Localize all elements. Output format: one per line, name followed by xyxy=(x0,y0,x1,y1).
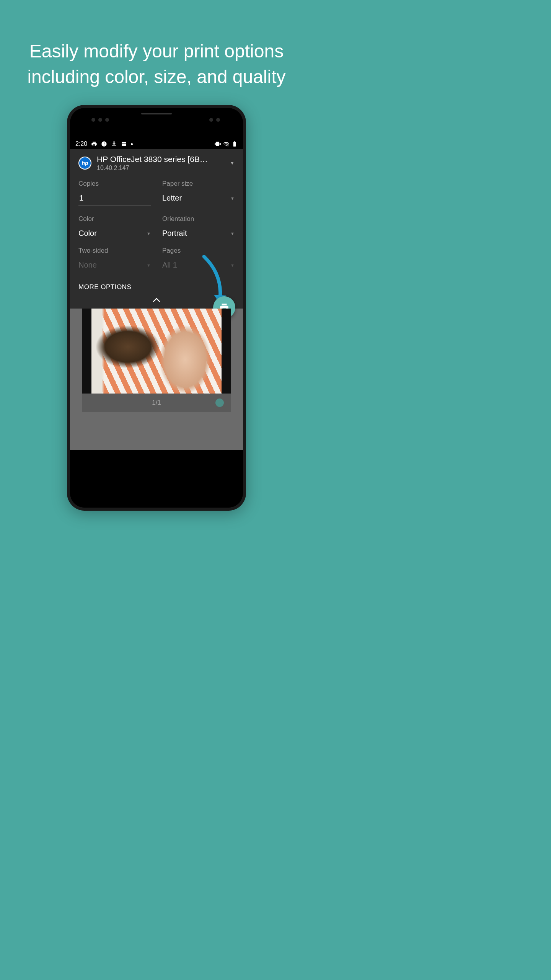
phone-device-frame: 2:20 hp HP OfficeJet xyxy=(67,105,246,511)
chevron-down-icon: ▼ xyxy=(230,231,235,236)
camera-dots-right xyxy=(209,118,220,122)
paper-size-dropdown[interactable]: Letter▼ xyxy=(162,194,235,203)
page-indicator: 1/1 xyxy=(152,399,161,407)
printer-name: HP OfficeJet 3830 series [6B… xyxy=(97,155,225,164)
page-preview[interactable]: 1/1 xyxy=(82,309,231,412)
preview-photo xyxy=(91,309,222,394)
printer-ip: 10.40.2.147 xyxy=(97,165,225,172)
two-sided-dropdown[interactable]: None▼ xyxy=(78,261,151,270)
pages-dropdown[interactable]: All 1▼ xyxy=(162,261,235,270)
svg-rect-1 xyxy=(104,142,104,144)
download-icon xyxy=(111,141,117,147)
color-dropdown[interactable]: Color▼ xyxy=(78,229,151,238)
color-label: Color xyxy=(78,215,151,223)
android-nav-bar xyxy=(70,482,243,508)
vibrate-icon xyxy=(215,141,221,147)
chevron-down-icon: ▼ xyxy=(230,160,235,166)
phone-speaker xyxy=(141,113,172,114)
page-selected-check-icon[interactable] xyxy=(215,399,224,407)
copies-label: Copies xyxy=(78,180,151,188)
wifi-icon xyxy=(223,141,229,147)
collapse-panel-handle[interactable] xyxy=(78,297,235,309)
battery-icon xyxy=(231,141,238,147)
orientation-label: Orientation xyxy=(162,215,235,223)
chevron-down-icon: ▼ xyxy=(230,196,235,201)
more-options-button[interactable]: MORE OPTIONS xyxy=(78,274,235,297)
chevron-down-icon: ▼ xyxy=(147,263,151,268)
chevron-down-icon: ▼ xyxy=(230,263,235,268)
paper-size-label: Paper size xyxy=(162,180,235,188)
print-options-panel: hp HP OfficeJet 3830 series [6B… 10.40.2… xyxy=(70,149,243,309)
hp-logo-icon: hp xyxy=(78,157,91,170)
pages-label: Pages xyxy=(162,247,235,255)
alert-icon xyxy=(101,141,107,147)
svg-rect-2 xyxy=(104,145,104,145)
promo-headline: Easily modify your print options includi… xyxy=(0,0,313,105)
print-preview-area: 1/1 xyxy=(70,309,243,450)
printer-notification-icon xyxy=(91,141,97,147)
camera-dots-left xyxy=(91,118,109,122)
printer-selector[interactable]: hp HP OfficeJet 3830 series [6B… 10.40.2… xyxy=(78,155,235,175)
copies-input[interactable]: 1 xyxy=(78,194,151,206)
chevron-down-icon: ▼ xyxy=(147,231,151,236)
status-time: 2:20 xyxy=(75,140,87,147)
orientation-dropdown[interactable]: Portrait▼ xyxy=(162,229,235,238)
two-sided-label: Two-sided xyxy=(78,247,151,255)
chevron-up-icon xyxy=(153,298,160,302)
android-status-bar: 2:20 xyxy=(70,139,243,149)
calendar-icon xyxy=(121,141,127,147)
